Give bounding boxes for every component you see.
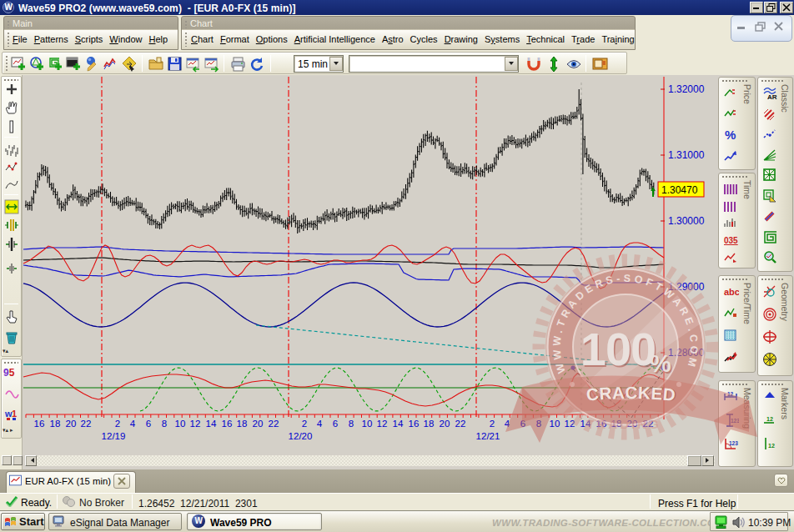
svg-text:12: 12 <box>565 419 575 429</box>
svg-text:20: 20 <box>627 419 638 429</box>
svg-text:1.28000: 1.28000 <box>668 347 705 359</box>
svg-text:1.31000: 1.31000 <box>668 149 705 161</box>
svg-text:2: 2 <box>115 419 120 429</box>
svg-text:18: 18 <box>237 419 248 429</box>
svg-text:20: 20 <box>253 419 264 429</box>
svg-text:4: 4 <box>130 419 136 429</box>
svg-text:8: 8 <box>162 419 167 429</box>
svg-text:8: 8 <box>536 419 541 429</box>
svg-text:6: 6 <box>520 419 525 429</box>
svg-text:4: 4 <box>317 419 323 429</box>
svg-text:20: 20 <box>66 419 77 429</box>
svg-text:16: 16 <box>409 419 420 429</box>
svg-text:22: 22 <box>455 419 466 429</box>
svg-text:22: 22 <box>81 419 92 429</box>
svg-text:2: 2 <box>490 419 495 429</box>
svg-text:22: 22 <box>643 419 654 429</box>
svg-text:4: 4 <box>505 419 510 429</box>
svg-text:12/20: 12/20 <box>289 431 313 441</box>
svg-text:16: 16 <box>222 419 233 429</box>
svg-text:14: 14 <box>580 419 591 429</box>
svg-text:2: 2 <box>302 419 307 429</box>
svg-text:14: 14 <box>393 419 404 429</box>
svg-text:6: 6 <box>333 419 338 429</box>
svg-text:20: 20 <box>440 419 450 429</box>
svg-text:10: 10 <box>550 419 560 429</box>
svg-text:22: 22 <box>269 419 279 429</box>
svg-text:10: 10 <box>362 419 373 429</box>
svg-text:6: 6 <box>146 419 151 429</box>
svg-text:14: 14 <box>206 419 217 429</box>
svg-text:12: 12 <box>377 419 388 429</box>
svg-text:1.30000: 1.30000 <box>668 215 705 227</box>
svg-text:12/19: 12/19 <box>102 431 126 441</box>
svg-text:1.32000: 1.32000 <box>668 83 705 95</box>
svg-text:16: 16 <box>34 419 45 429</box>
svg-text:12/21: 12/21 <box>476 431 500 441</box>
svg-text:18: 18 <box>611 419 622 429</box>
svg-text:1.30470: 1.30470 <box>661 184 698 196</box>
svg-text:16: 16 <box>596 419 607 429</box>
svg-text:1.29000: 1.29000 <box>668 281 705 293</box>
svg-text:18: 18 <box>50 419 61 429</box>
svg-text:8: 8 <box>349 419 354 429</box>
svg-text:10: 10 <box>175 419 186 429</box>
svg-text:12: 12 <box>190 419 201 429</box>
svg-text:18: 18 <box>424 419 435 429</box>
